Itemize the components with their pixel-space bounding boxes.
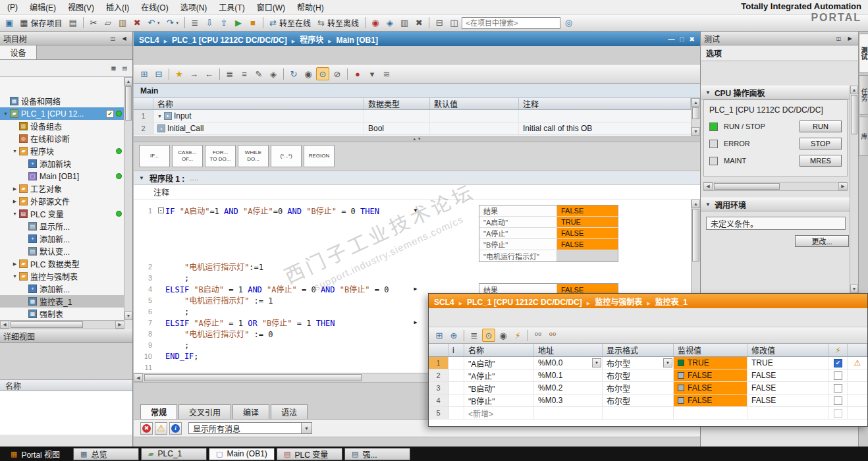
cut-button[interactable]: ✂	[87, 16, 100, 30]
modify-value-cell[interactable]: FALSE	[747, 382, 829, 394]
scroll-up-icon[interactable]: ▲	[692, 200, 700, 208]
collapse-icon[interactable]: ▼	[2, 111, 9, 116]
tree-item[interactable]: ▤默认变...	[0, 245, 124, 258]
call-environment-button[interactable]: ▾	[366, 67, 379, 80]
tree-item[interactable]: ▤显示所...	[0, 220, 124, 232]
chevron-down-icon[interactable]: ▼	[705, 90, 711, 95]
mres-button[interactable]: MRES	[800, 155, 842, 167]
breadcrumb-item[interactable]: 监控表_1	[655, 298, 688, 307]
watch-trigger-button[interactable]: ⁰⁰	[531, 329, 545, 342]
interface-type-cell[interactable]: Bool	[364, 122, 430, 134]
download-to-device-button[interactable]: ⇩	[203, 16, 216, 30]
interface-name-cell[interactable]: ▪Initial_Call	[153, 122, 364, 134]
code-text[interactable]: "电机运行指示灯" := 1	[165, 294, 410, 306]
tree-item[interactable]: ▶▰工艺对象	[0, 182, 124, 195]
display-format-cell[interactable]: 布尔型	[603, 382, 674, 394]
expand-all-networks-button[interactable]: ≣	[223, 67, 236, 80]
menu-item[interactable]: 在线(O)	[135, 0, 174, 14]
watch-value[interactable]: FALSE	[557, 239, 618, 250]
modify-enable-checkbox[interactable]	[834, 396, 842, 405]
go-offline-button[interactable]: ⇆转至离线	[315, 16, 362, 30]
interface-row[interactable]: 2▪Initial_CallBoolInitial call of this O…	[134, 122, 691, 135]
modify-enable-checkbox[interactable]	[834, 409, 842, 418]
inline-watch-expand-icon[interactable]: ▶	[410, 319, 421, 325]
address-cell[interactable]: %M0.2	[534, 382, 603, 394]
interface-vertical-scrollbar[interactable]: ▲▼	[691, 98, 700, 136]
scrollbar-thumb[interactable]	[125, 86, 132, 121]
collapse-icon[interactable]: ▼	[11, 211, 18, 216]
address-cell[interactable]: %M0.1	[534, 369, 603, 381]
tree-item[interactable]: ▼▰PLC_1 [CPU 12...✔	[0, 107, 124, 120]
region-snippet[interactable]: REGION	[304, 145, 335, 167]
monitoring-toggle-button[interactable]: ⊙	[316, 67, 329, 80]
plc1-button[interactable]: ▰PLC_1	[141, 448, 207, 460]
tag-name-cell[interactable]: "B启动"	[464, 382, 534, 394]
section-collapse-icon[interactable]: ▼	[157, 114, 162, 119]
tree-view-icon[interactable]: ▦	[109, 64, 119, 73]
if-snippet[interactable]: IF...	[139, 145, 170, 167]
search-next-button[interactable]: ◎	[562, 16, 575, 30]
code-text[interactable]: ;	[165, 340, 410, 350]
expand-icon[interactable]: ▶	[11, 199, 18, 204]
code-text[interactable]: IF "A启动"=1 AND "A停止"=0 AND "B停止" = 0 THE…	[165, 205, 410, 216]
tree-item[interactable]: ▥设备组态	[0, 120, 124, 132]
monitor-once-button[interactable]: ◉	[497, 329, 510, 342]
interface-comment-cell[interactable]: Initial call of this OB	[519, 122, 691, 134]
interface-comment-cell[interactable]	[519, 110, 691, 122]
modify-value-cell[interactable]	[747, 407, 829, 419]
breadcrumb-item[interactable]: SCL4	[139, 36, 159, 45]
tree-item[interactable]: +添加新块	[0, 157, 124, 170]
errors-toggle-icon[interactable]: ✖	[140, 422, 153, 435]
tree-item[interactable]: ▢Main [OB1]	[0, 170, 124, 182]
receive-alarms-button[interactable]: ▥	[398, 16, 411, 30]
menu-item[interactable]: 帮助(H)	[291, 0, 330, 14]
restore-icon[interactable]: □	[680, 36, 684, 43]
cpu-panel-scrollbar[interactable]: ◀▶	[703, 182, 848, 191]
interface-splitter[interactable]: ▲ ▼	[134, 136, 700, 142]
code-text[interactable]: ;	[165, 273, 410, 283]
watch-table-row[interactable]: 2"A停止"%M0.1布尔型FALSEFALSE	[429, 369, 867, 382]
menu-item[interactable]: 插入(I)	[100, 0, 135, 14]
menu-item[interactable]: 编辑(E)	[24, 0, 62, 14]
menu-item[interactable]: 工具(T)	[213, 0, 250, 14]
main-ob1-button[interactable]: ▢Main (OB1)	[209, 448, 275, 460]
tree-item[interactable]: ▼▰监控与强制表	[0, 270, 124, 283]
online-diagnostics-button[interactable]: ◉	[369, 16, 382, 30]
network-collapse-icon[interactable]: ▼	[139, 175, 144, 181]
call-environment-section[interactable]: ▼ 调用环境	[701, 198, 858, 211]
while-snippet[interactable]: WHILEDO...	[238, 145, 269, 167]
favorites-button[interactable]: ★	[173, 67, 186, 80]
fold-box-icon[interactable]: -	[158, 207, 164, 213]
monitor-all-button[interactable]: ⊙	[482, 329, 495, 342]
modify-enable-checkbox[interactable]	[834, 371, 842, 380]
tree-item[interactable]: ◎在线和诊断	[0, 132, 124, 145]
test-panel-vertical-scrollbar[interactable]: ▲▼	[850, 86, 858, 293]
watch-table-row[interactable]: 5<新增>	[429, 407, 867, 420]
inspector-tab-4[interactable]: 语法	[271, 404, 308, 419]
comment-snippet[interactable]: (*...*)	[271, 145, 302, 167]
change-condition-button[interactable]: 更改...	[795, 235, 849, 247]
inspector-tab-3[interactable]: 编译	[232, 404, 269, 419]
address-cell[interactable]: %M0.0▼	[534, 357, 603, 369]
absolute-operands-button[interactable]: ◈	[267, 67, 280, 80]
stop-monitoring-button[interactable]: ⊘	[331, 67, 344, 80]
split-editor-vertical-button[interactable]: ◫	[447, 16, 460, 30]
case-snippet[interactable]: CASE...OF...	[172, 145, 203, 167]
close-project-button[interactable]: ✖	[412, 16, 425, 30]
insert-row-button[interactable]: ⊞	[433, 329, 446, 342]
address-cell[interactable]: %M0.3	[534, 394, 603, 406]
breadcrumb-item[interactable]: Main [OB1]	[337, 36, 378, 45]
panel-float-icon[interactable]: ◫	[834, 34, 844, 43]
tree-item[interactable]: +添加新...	[0, 283, 124, 295]
chevron-down-icon[interactable]: ▼	[705, 202, 711, 207]
save-project-button[interactable]: ▦保存项目	[17, 16, 65, 30]
tree-item[interactable]: ▼▰程序块	[0, 145, 124, 157]
scroll-up-icon[interactable]: ▲	[850, 86, 858, 94]
tree-item[interactable]: ▶▰外部源文件	[0, 195, 124, 207]
watch-table-row[interactable]: 4"B停止"%M0.3布尔型FALSEFALSE	[429, 394, 867, 407]
scrollbar-thumb[interactable]	[851, 95, 857, 134]
project-tree[interactable]: ▦设备和网络▼▰PLC_1 [CPU 12...✔▥设备组态◎在线和诊断▼▰程序…	[0, 77, 124, 320]
close-icon[interactable]: ✖	[690, 36, 695, 43]
scroll-down-icon[interactable]: ▼	[124, 312, 132, 320]
snapshot-values-button[interactable]: ◉	[302, 67, 315, 80]
